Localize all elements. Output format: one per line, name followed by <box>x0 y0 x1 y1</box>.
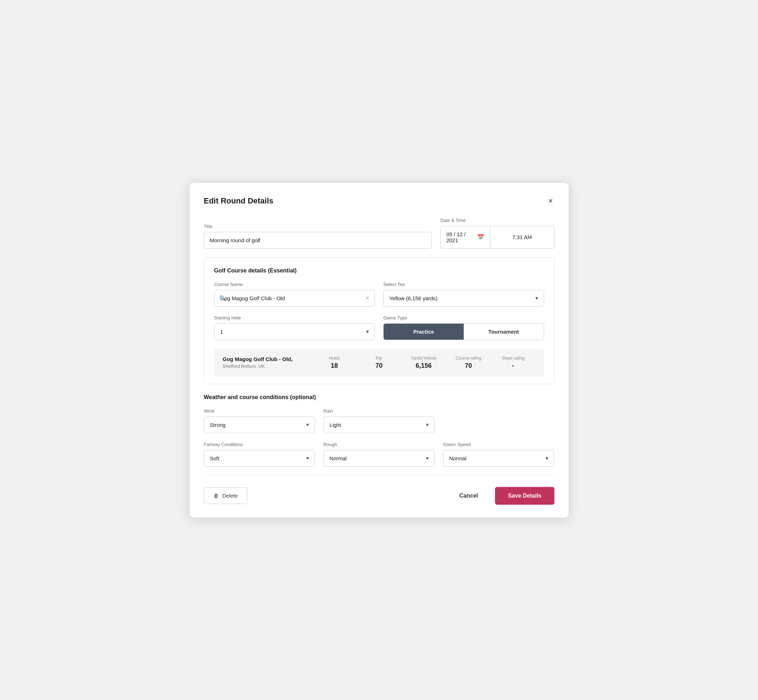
time-value: 7:31 AM <box>512 234 532 240</box>
fairway-group: Fairway Conditions DryNormal SoftVery So… <box>204 442 315 467</box>
par-stat: Par 70 <box>357 356 401 370</box>
close-button[interactable]: × <box>547 195 554 206</box>
title-input[interactable] <box>204 232 432 248</box>
modal-header: Edit Round Details × <box>204 195 554 206</box>
holes-label: Holes <box>312 356 357 361</box>
rough-dropdown[interactable]: ShortNormal LongVery Long <box>324 450 434 467</box>
title-date-row: Title Date & Time 05 / 12 / 2021 📅 7:31 … <box>204 218 554 248</box>
hole-gametype-row: Starting Hole 1234 5678 910 ▼ Game Type … <box>214 315 544 340</box>
wind-group: Wind CalmLightModerate StrongVery Strong… <box>204 408 315 433</box>
golf-course-section: Golf Course details (Essential) Course N… <box>204 257 554 384</box>
practice-button[interactable]: Practice <box>384 324 464 340</box>
yards-value: 6,156 <box>401 362 446 370</box>
time-field[interactable]: 7:31 AM <box>490 226 554 248</box>
course-search-wrap: 🔍 ✕ <box>214 290 375 306</box>
green-speed-group: Green Speed SlowNormal FastVery Fast ▼ <box>443 442 554 467</box>
yards-label: Yards(Yellow) <box>401 356 446 361</box>
course-info-name: Gog Magog Golf Club - Old, Shelford Bott… <box>223 356 312 369</box>
yards-stat: Yards(Yellow) 6,156 <box>401 356 446 370</box>
conditions-row: Fairway Conditions DryNormal SoftVery So… <box>204 442 554 467</box>
course-location: Shelford Bottom, UK <box>223 364 312 369</box>
slope-rating-label: Slope rating <box>491 356 536 361</box>
starting-hole-group: Starting Hole 1234 5678 910 ▼ <box>214 315 375 340</box>
course-info-box: Gog Magog Golf Club - Old, Shelford Bott… <box>214 348 544 377</box>
fairway-label: Fairway Conditions <box>204 442 315 447</box>
wind-wrapper: CalmLightModerate StrongVery Strong ▼ <box>204 417 315 433</box>
slope-rating-stat: Slope rating - <box>491 356 536 370</box>
trash-icon: 🗑 <box>213 493 219 499</box>
save-button[interactable]: Save Details <box>495 487 554 505</box>
wind-label: Wind <box>204 408 315 414</box>
course-name-group: Course Name 🔍 ✕ <box>214 282 375 306</box>
green-speed-dropdown[interactable]: SlowNormal FastVery Fast <box>443 450 554 467</box>
wind-dropdown[interactable]: CalmLightModerate StrongVery Strong <box>204 417 315 433</box>
search-icon: 🔍 <box>219 295 226 301</box>
footer-row: 🗑 Delete Cancel Save Details <box>204 487 554 505</box>
select-tee-wrapper: Yellow (6,156 yards) White Red Blue ▼ <box>383 290 544 306</box>
slope-rating-value: - <box>491 362 536 370</box>
edit-round-modal: Edit Round Details × Title Date & Time 0… <box>190 183 568 517</box>
starting-hole-label: Starting Hole <box>214 315 375 320</box>
weather-title: Weather and course conditions (optional) <box>204 394 554 400</box>
date-time-label: Date & Time <box>440 218 554 223</box>
delete-label: Delete <box>222 493 238 499</box>
select-tee-dropdown[interactable]: Yellow (6,156 yards) White Red Blue <box>383 290 544 306</box>
date-value: 05 / 12 / 2021 <box>446 231 474 243</box>
select-tee-label: Select Tee <box>383 282 544 287</box>
course-rating-value: 70 <box>446 362 491 370</box>
holes-stat: Holes 18 <box>312 356 357 370</box>
rain-dropdown[interactable]: NoneLight ModerateHeavy <box>324 417 434 433</box>
course-name-label: Course Name <box>214 282 375 287</box>
delete-button[interactable]: 🗑 Delete <box>204 487 247 504</box>
rain-group: Rain NoneLight ModerateHeavy ▼ <box>324 408 434 433</box>
rough-group: Rough ShortNormal LongVery Long ▼ <box>324 442 434 467</box>
course-rating-stat: Course rating 70 <box>446 356 491 370</box>
title-group: Title <box>204 224 432 248</box>
title-label: Title <box>204 224 432 229</box>
rough-label: Rough <box>324 442 434 447</box>
fairway-wrapper: DryNormal SoftVery Soft ▼ <box>204 450 315 467</box>
clear-icon[interactable]: ✕ <box>365 295 370 301</box>
rough-wrapper: ShortNormal LongVery Long ▼ <box>324 450 434 467</box>
rain-wrapper: NoneLight ModerateHeavy ▼ <box>324 417 434 433</box>
footer-right: Cancel Save Details <box>452 487 554 505</box>
game-type-toggle: Practice Tournament <box>383 323 544 340</box>
course-tee-row: Course Name 🔍 ✕ Select Tee Yellow (6,156… <box>214 282 544 306</box>
tournament-button[interactable]: Tournament <box>464 324 544 340</box>
green-speed-label: Green Speed <box>443 442 554 447</box>
wind-rain-row: Wind CalmLightModerate StrongVery Strong… <box>204 408 554 433</box>
course-rating-label: Course rating <box>446 356 491 361</box>
game-type-label: Game Type <box>383 315 544 320</box>
starting-hole-dropdown[interactable]: 1234 5678 910 <box>214 323 375 340</box>
select-tee-group: Select Tee Yellow (6,156 yards) White Re… <box>383 282 544 306</box>
game-type-group: Game Type Practice Tournament <box>383 315 544 340</box>
par-value: 70 <box>357 362 401 370</box>
starting-hole-wrapper: 1234 5678 910 ▼ <box>214 323 375 340</box>
cancel-button[interactable]: Cancel <box>452 488 485 504</box>
green-speed-wrapper: SlowNormal FastVery Fast ▼ <box>443 450 554 467</box>
date-field[interactable]: 05 / 12 / 2021 📅 <box>440 226 490 248</box>
course-name-input[interactable] <box>214 290 375 306</box>
fairway-dropdown[interactable]: DryNormal SoftVery Soft <box>204 450 315 467</box>
date-time-fields: 05 / 12 / 2021 📅 7:31 AM <box>440 226 554 248</box>
modal-title: Edit Round Details <box>204 196 274 206</box>
holes-value: 18 <box>312 362 357 370</box>
calendar-icon: 📅 <box>477 234 484 241</box>
course-name-display: Gog Magog Golf Club - Old, <box>223 356 312 362</box>
weather-section: Weather and course conditions (optional)… <box>204 394 554 467</box>
date-time-group: Date & Time 05 / 12 / 2021 📅 7:31 AM <box>440 218 554 248</box>
golf-course-title: Golf Course details (Essential) <box>214 267 544 274</box>
par-label: Par <box>357 356 401 361</box>
rain-label: Rain <box>324 408 434 414</box>
